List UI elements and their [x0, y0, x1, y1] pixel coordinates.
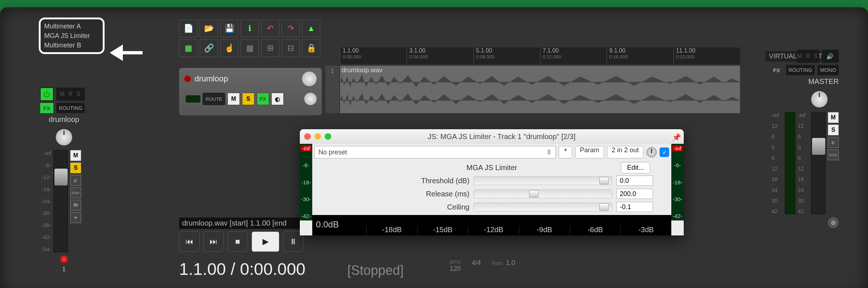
master-solo-button[interactable]: S — [828, 124, 839, 135]
phase-button[interactable]: ◐ — [70, 175, 81, 186]
add-preset-button[interactable]: + — [559, 146, 572, 158]
track-mute-button[interactable]: M — [227, 93, 240, 105]
record-dot-icon[interactable] — [184, 76, 191, 82]
solo-button[interactable]: S — [70, 162, 81, 173]
param-row: Release (ms) — [331, 189, 653, 199]
go-end-button[interactable]: ⏭ — [203, 231, 224, 252]
auto-crossfade-icon[interactable]: ▦ — [179, 39, 197, 57]
output-meter: -inf-6--18--30--42- — [671, 144, 684, 220]
open-project-icon[interactable]: 📂 — [200, 20, 218, 37]
plugin-title: JS: MGA JS Limiter - Track 1 "drumloop" … — [335, 133, 668, 141]
timecode-display[interactable]: 1.1.00 / 0:00.000 — [179, 259, 305, 279]
route-button[interactable]: ROUTE — [203, 93, 225, 105]
play-button[interactable]: ▶ — [252, 231, 279, 252]
wet-knob[interactable] — [646, 147, 657, 157]
master-label: MASTER — [755, 77, 839, 86]
track-phase-button[interactable]: ◐ — [271, 93, 284, 105]
master-phase-button[interactable]: ◐ — [828, 137, 839, 148]
track-name[interactable]: drumloop — [40, 115, 88, 124]
bypass-checkbox[interactable]: ✓ — [660, 147, 669, 157]
threshold-value[interactable] — [616, 176, 653, 186]
fx-chain-item[interactable]: MGA JS Limiter — [44, 31, 99, 41]
mono-button[interactable]: MONO — [818, 65, 839, 75]
trim-label: trim — [70, 187, 81, 198]
track-solo-button[interactable]: S — [242, 93, 254, 105]
project-settings-icon[interactable]: ℹ — [241, 20, 259, 37]
transport-state: [Stopped] — [347, 263, 404, 278]
mute-button[interactable]: M — [70, 150, 81, 161]
input-arrow-icon[interactable]: ▾ — [70, 212, 81, 223]
ceiling-value[interactable] — [616, 202, 653, 212]
release-value[interactable] — [616, 189, 653, 199]
audio-clip[interactable]: drumloop.wav — [340, 66, 740, 113]
close-window-icon[interactable] — [304, 133, 311, 140]
record-arm-button[interactable] — [60, 255, 68, 263]
fx-chain-item[interactable]: Multimeter B — [44, 41, 99, 50]
pin-icon[interactable]: 📌 — [672, 133, 679, 140]
track-vol-knob[interactable] — [304, 93, 317, 105]
settings-gear-icon[interactable]: ⚙ — [828, 217, 839, 228]
master-scale-right: -inf126061218243042 — [798, 112, 809, 214]
master-scale-left: -inf126061218243042 — [771, 112, 782, 214]
param-row: Ceiling — [331, 202, 653, 212]
track-header-name[interactable]: drumloop — [195, 74, 228, 84]
transport-controls: ⏮ ⏭ ■ ▶ ⏸ — [179, 231, 303, 252]
track-pan-knob[interactable] — [302, 72, 317, 86]
link-icon[interactable]: 🔗 — [200, 39, 218, 57]
plugin-titlebar[interactable]: JS: MGA JS Limiter - Track 1 "drumloop" … — [300, 129, 684, 144]
track-fx-button[interactable]: FX — [257, 93, 269, 105]
io-button[interactable]: 2 in 2 out — [607, 146, 644, 158]
pan-knob[interactable] — [56, 129, 72, 146]
metronome-icon[interactable]: ▲ — [302, 20, 320, 37]
master-fader[interactable] — [811, 112, 826, 214]
param-label: Ceiling — [331, 203, 469, 211]
svg-rect-0 — [340, 66, 740, 113]
pointer-icon[interactable]: ☝ — [220, 39, 238, 57]
param-label: Threshold (dB) — [331, 177, 469, 185]
new-project-icon[interactable]: 📄 — [179, 20, 197, 37]
preset-dropdown[interactable]: No preset⇳ — [314, 146, 556, 158]
master-routing-button[interactable]: ROUTING — [786, 65, 815, 75]
main-toolbar: 📄 📂 💾 ℹ ↶ ↷ ▲ ▦ 🔗 ☝ ▦ ⊞ ⊟ 🔒 — [179, 20, 340, 59]
track-header[interactable]: drumloop ROUTE M S FX ◐ — [179, 68, 322, 115]
release-slider[interactable] — [474, 189, 612, 198]
zoom-window-icon[interactable] — [325, 133, 331, 140]
master-fx-button[interactable]: FX — [770, 65, 783, 75]
save-project-icon[interactable]: 💾 — [220, 20, 238, 37]
param-button[interactable]: Param — [575, 146, 604, 158]
fx-chain-popup: Multimeter A MGA JS Limiter Multimeter B — [39, 18, 105, 54]
ripple-icon[interactable]: ⊟ — [282, 39, 300, 57]
fx-button[interactable]: FX — [40, 103, 53, 113]
edit-button[interactable]: Edit... — [621, 162, 650, 173]
bpm-value[interactable]: 120 — [450, 265, 461, 272]
undo-icon[interactable]: ↶ — [261, 20, 279, 37]
threshold-slider[interactable] — [474, 176, 612, 185]
routing-button[interactable]: ROUTING — [56, 103, 85, 113]
rate-value[interactable]: 1.0 — [506, 259, 515, 266]
input-meter: -inf-6--18--30--42- — [300, 144, 312, 220]
speaker-icon[interactable]: 🔊 — [822, 50, 839, 63]
timeline-ruler[interactable]: 1.1.000:00.000 3.1.000:04.000 5.1.000:08… — [340, 47, 740, 64]
mrs-indicator: M R S — [56, 88, 85, 101]
ceiling-slider[interactable] — [474, 203, 612, 211]
grid-icon[interactable]: ▦ — [241, 39, 259, 57]
plugin-window[interactable]: JS: MGA JS Limiter - Track 1 "drumloop" … — [300, 129, 684, 235]
lock-icon[interactable]: 🔒 — [302, 39, 320, 57]
time-signature[interactable]: 4/4 — [472, 259, 481, 266]
input-button[interactable]: IN — [70, 200, 81, 211]
master-meter — [785, 112, 796, 214]
project-meta: BPM120 4/4 Rate: 1.0 — [450, 259, 515, 273]
minimize-window-icon[interactable] — [314, 133, 321, 140]
param-row: Threshold (dB) — [331, 176, 653, 186]
stop-button[interactable]: ■ — [227, 231, 248, 252]
plugin-name: MGA JS Limiter — [331, 164, 653, 172]
master-pan-knob[interactable] — [811, 91, 828, 108]
go-start-button[interactable]: ⏮ — [179, 231, 200, 252]
power-button[interactable]: ⏻ — [40, 88, 53, 101]
snap-icon[interactable]: ⊞ — [261, 39, 279, 57]
fx-chain-item[interactable]: Multimeter A — [44, 22, 99, 31]
volume-fader[interactable] — [53, 150, 68, 252]
master-mute-button[interactable]: M — [828, 112, 839, 123]
redo-icon[interactable]: ↷ — [282, 20, 300, 37]
fader-scale: -inf-6--12--18--24--30--36--42--54- — [40, 150, 51, 252]
